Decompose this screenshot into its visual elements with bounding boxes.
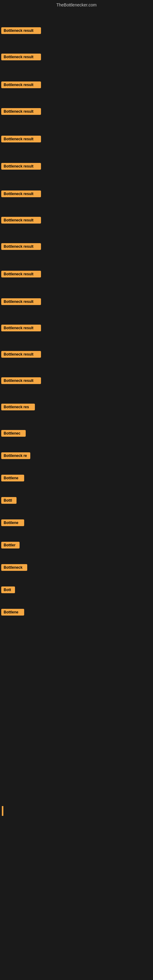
bottleneck-badge[interactable]: Bottleneck result <box>1 81 41 88</box>
bottleneck-badge[interactable]: Bottleneck result <box>1 351 41 358</box>
bottleneck-item-16[interactable]: Bottlenec <box>1 430 26 438</box>
bottleneck-badge[interactable]: Bottlene <box>1 519 24 526</box>
bottleneck-badge[interactable]: Bottleneck result <box>1 298 41 305</box>
bottleneck-badge[interactable]: Bottlenec <box>1 430 26 437</box>
bottleneck-badge[interactable]: Bott <box>1 587 15 593</box>
site-title: TheBottlenecker.com <box>0 0 153 10</box>
bottleneck-badge[interactable]: Bottleneck result <box>1 325 41 331</box>
bottleneck-badge[interactable]: Bottleneck result <box>1 54 41 60</box>
bottleneck-item-21[interactable]: Bottler <box>1 542 19 550</box>
bottleneck-item-12[interactable]: Bottleneck result <box>1 325 41 332</box>
bottleneck-item-5[interactable]: Bottleneck result <box>1 136 41 144</box>
bottleneck-badge[interactable]: Bottleneck <box>1 564 27 571</box>
bottleneck-item-23[interactable]: Bott <box>1 587 15 595</box>
bottleneck-badge[interactable]: Bottleneck result <box>1 377 41 384</box>
page-wrapper: TheBottlenecker.com Bottleneck result Bo… <box>0 0 153 980</box>
bottleneck-item-1[interactable]: Bottleneck result <box>1 27 41 35</box>
bottleneck-badge[interactable]: Bottleneck result <box>1 108 41 115</box>
bottleneck-item-19[interactable]: Bottl <box>1 497 16 505</box>
bottleneck-badge[interactable]: Bottleneck re <box>1 452 30 459</box>
bottleneck-badge[interactable]: Bottleneck result <box>1 136 41 142</box>
bottleneck-badge[interactable]: Bottlene <box>1 475 24 481</box>
bottleneck-badge[interactable]: Bottleneck res <box>1 404 35 410</box>
bottleneck-item-2[interactable]: Bottleneck result <box>1 54 41 62</box>
bottleneck-item-4[interactable]: Bottleneck result <box>1 108 41 116</box>
bottleneck-badge[interactable]: Bottleneck result <box>1 243 41 250</box>
bottleneck-item-6[interactable]: Bottleneck result <box>1 163 41 171</box>
bottleneck-badge[interactable]: Bottleneck result <box>1 27 41 34</box>
bottleneck-item-7[interactable]: Bottleneck result <box>1 191 41 199</box>
bottleneck-item-10[interactable]: Bottleneck result <box>1 271 41 279</box>
bottleneck-item-22[interactable]: Bottleneck <box>1 564 27 572</box>
bottleneck-item-17[interactable]: Bottleneck re <box>1 452 30 460</box>
bottleneck-item-15[interactable]: Bottleneck res <box>1 404 35 412</box>
bottleneck-badge[interactable]: Bottl <box>1 497 16 504</box>
bottleneck-badge[interactable]: Bottleneck result <box>1 191 41 197</box>
small-indicator <box>2 806 3 816</box>
bottleneck-item-9[interactable]: Bottleneck result <box>1 243 41 251</box>
bottleneck-badge[interactable]: Bottleneck result <box>1 163 41 170</box>
bottleneck-item-8[interactable]: Bottleneck result <box>1 217 41 225</box>
bottleneck-item-13[interactable]: Bottleneck result <box>1 351 41 359</box>
bottleneck-item-20[interactable]: Bottlene <box>1 519 24 527</box>
bottleneck-item-3[interactable]: Bottleneck result <box>1 81 41 89</box>
bottleneck-item-24[interactable]: Bottlene <box>1 609 24 617</box>
bottleneck-badge[interactable]: Bottler <box>1 542 19 549</box>
bottleneck-badge[interactable]: Bottleneck result <box>1 217 41 224</box>
bottleneck-item-11[interactable]: Bottleneck result <box>1 298 41 306</box>
bottleneck-badge[interactable]: Bottleneck result <box>1 271 41 277</box>
bottleneck-item-18[interactable]: Bottlene <box>1 475 24 483</box>
bottleneck-item-14[interactable]: Bottleneck result <box>1 377 41 385</box>
bottleneck-badge[interactable]: Bottlene <box>1 609 24 616</box>
